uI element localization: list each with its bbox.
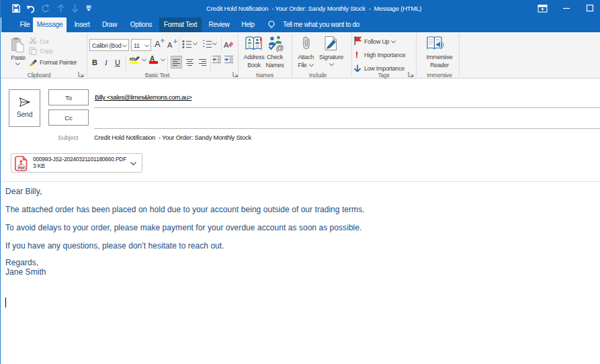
svg-text:PDF: PDF (18, 166, 26, 170)
svg-text:@: @ (276, 44, 284, 52)
